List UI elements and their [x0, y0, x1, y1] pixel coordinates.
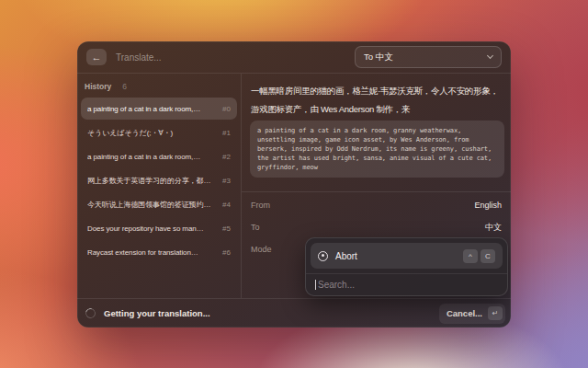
titlebar: ← Translate... To 中文	[77, 41, 511, 74]
c-keycap: C	[481, 249, 495, 263]
record-stop-icon	[318, 251, 328, 261]
history-item-badge: #6	[222, 248, 231, 257]
target-language-value: To 中文	[364, 52, 488, 63]
loading-spinner-icon	[84, 306, 97, 320]
status-bar: Getting your translation... Cancel... ↵	[77, 298, 511, 328]
target-language-dropdown[interactable]: To 中文	[355, 46, 502, 68]
history-list: a painting of a cat in a dark room,… #0 …	[81, 98, 237, 265]
cancel-label: Cancel...	[447, 308, 482, 318]
source-text-box: a painting of a cat in a dark room, gran…	[250, 121, 504, 178]
history-item-label: Does your repository have so man…	[87, 224, 219, 233]
ctrl-keycap: ^	[463, 249, 478, 263]
meta-row-from: From English	[251, 194, 502, 216]
history-header: History 6	[85, 82, 127, 91]
history-item-label: 今天听说上海德国领事馆的签证预约…	[87, 200, 219, 210]
raycast-translate-window: ← Translate... To 中文 History 6 a paintin…	[77, 41, 511, 328]
search-placeholder: Search...	[318, 280, 355, 290]
history-item-badge: #0	[222, 105, 231, 113]
history-item-badge: #1	[222, 129, 231, 137]
text-cursor	[315, 280, 316, 290]
cancel-button[interactable]: Cancel... ↵	[439, 304, 505, 324]
history-item[interactable]: 网上多数关于英语学习的的分享，都… #3	[81, 169, 237, 191]
popup-search-input[interactable]: Search...	[306, 274, 507, 295]
history-item-badge: #3	[222, 177, 231, 185]
history-item-label: Raycast extension for translation…	[87, 248, 219, 257]
status-text: Getting your translation...	[104, 308, 439, 318]
meta-value: English	[474, 201, 502, 210]
abort-action[interactable]: Abort ^ C	[311, 243, 503, 269]
meta-label: From	[251, 201, 474, 210]
history-item[interactable]: 今天听说上海德国领事馆的签证预约… #4	[81, 193, 237, 215]
history-count: 6	[122, 82, 127, 91]
abort-label: Abort	[335, 251, 463, 261]
history-item-label: a painting of a cat in a dark room,…	[87, 105, 219, 113]
history-item[interactable]: そういえばそうだ(;・∀・) #1	[81, 121, 237, 144]
metadata-divider	[242, 191, 511, 192]
meta-value: 中文	[485, 222, 502, 234]
history-item-label: そういえばそうだ(;・∀・)	[87, 128, 219, 138]
actions-popup: Abort ^ C Search...	[305, 237, 508, 296]
history-item[interactable]: a painting of a cat in a dark room,… #0	[81, 98, 237, 120]
command-search-input[interactable]: Translate...	[116, 52, 355, 63]
enter-keycap: ↵	[488, 306, 503, 320]
history-item[interactable]: Raycast extension for translation… #6	[81, 241, 237, 263]
translation-preview: 一幅黑暗房间里的猫的画，格兰妮·韦瑟沃克斯，令人不安的形象，游戏图标资产，由 W…	[251, 82, 503, 119]
history-item-badge: #5	[222, 224, 231, 233]
history-heading: History	[85, 82, 111, 91]
history-item-label: a painting of a cat in a dark room,…	[87, 153, 219, 161]
back-arrow-icon: ←	[92, 52, 102, 63]
chevron-down-icon	[487, 52, 493, 59]
meta-row-to: To 中文	[251, 216, 502, 238]
history-item[interactable]: a painting of a cat in a dark room,… #2	[81, 145, 237, 167]
history-item[interactable]: Does your repository have so man… #5	[81, 217, 237, 239]
history-item-badge: #2	[222, 153, 231, 161]
history-item-label: 网上多数关于英语学习的的分享，都…	[87, 176, 219, 186]
history-item-badge: #4	[222, 201, 231, 209]
history-panel: History 6 a painting of a cat in a dark …	[77, 74, 241, 298]
meta-label: To	[251, 223, 485, 232]
back-button[interactable]: ←	[86, 49, 107, 65]
